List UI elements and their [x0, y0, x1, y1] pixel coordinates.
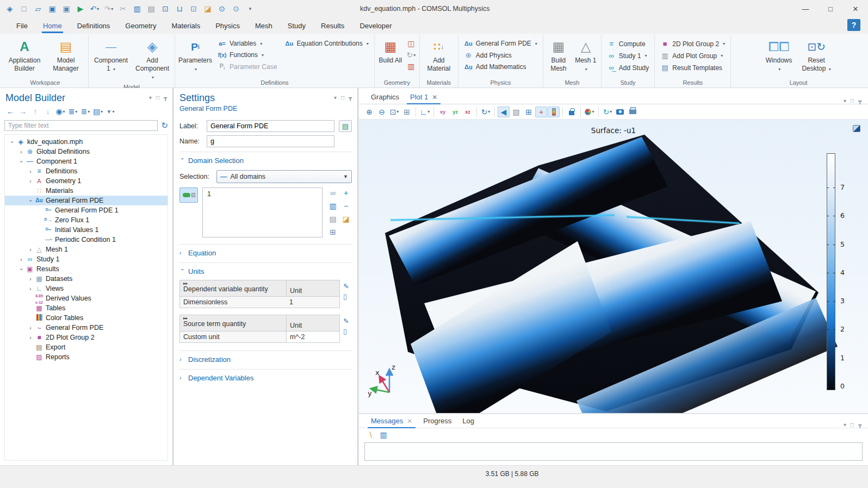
tree-item[interactable]: ›◈kdv_equation.mph	[5, 137, 168, 147]
application-builder-button[interactable]: A Application Builder	[4, 37, 45, 76]
clear-selection-button[interactable]: ◪	[340, 214, 352, 224]
domain-list[interactable]: 1	[202, 187, 323, 237]
tree-item[interactable]: ᴰ‒Initial Values 1	[5, 225, 168, 235]
rebuild-sequence-button[interactable]: ↻▾	[405, 49, 417, 60]
tree-item[interactable]: ▦Tables	[5, 303, 168, 313]
tree-item[interactable]: ›∟Views	[5, 284, 168, 293]
tree-item[interactable]: ▨Reports	[5, 352, 168, 362]
zoom-out-button[interactable]: ⊖	[376, 107, 388, 117]
copy-button[interactable]: ▥	[131, 2, 144, 15]
table-cell[interactable]: Dimensionless	[180, 297, 286, 308]
add-study-button[interactable]: ∞̲ Add Study	[604, 62, 652, 73]
table-cell[interactable]: 1	[286, 297, 339, 308]
selection-dropdown[interactable]: — All domains ▼	[216, 170, 352, 183]
paste-selection-button[interactable]: ▤	[327, 214, 339, 224]
help-button[interactable]: ?	[847, 19, 860, 31]
lock-button[interactable]	[566, 107, 578, 117]
tree-item[interactable]: ›▣Results	[5, 264, 168, 274]
nav-forward-button[interactable]: →	[17, 106, 29, 117]
physics-interface-button[interactable]: Δu General Form PDE▾	[461, 38, 541, 49]
create-selection-button[interactable]: ∞	[327, 187, 339, 198]
minimize-button[interactable]: —	[793, 0, 818, 17]
node-text-button[interactable]: ▤▾	[92, 106, 104, 117]
expand-icon[interactable]: ›	[17, 149, 25, 155]
menu-materials[interactable]: Materials	[165, 20, 207, 32]
float-panel-icon[interactable]: □	[156, 95, 159, 101]
functions-button[interactable]: f(x) Functions▾	[214, 49, 280, 60]
zoom-box-button[interactable]: ⊡▾	[388, 107, 400, 117]
tree-item[interactable]: ›≡Definitions	[5, 166, 168, 176]
tab-progress[interactable]: Progress	[418, 414, 457, 428]
delete-button[interactable]: ⊔	[173, 2, 186, 15]
section-discretization[interactable]: › Discretization	[179, 354, 352, 365]
expand-icon[interactable]: ›	[27, 276, 34, 282]
add-plot-group-button[interactable]: ▥ Add Plot Group▾	[657, 50, 728, 61]
messages-output[interactable]	[364, 442, 863, 461]
menu-physics[interactable]: Physics	[209, 20, 246, 32]
nav-back-button[interactable]: ←	[4, 106, 16, 117]
tree-item[interactable]: ›~General Form PDE	[5, 323, 168, 333]
comsol-logo-button[interactable]: ◈	[3, 2, 16, 15]
copy-list-button[interactable]: ▥	[327, 201, 339, 211]
tab-log[interactable]: Log	[457, 414, 480, 428]
model-manager-button[interactable]: ▤ Model Manager	[46, 37, 86, 76]
add-component-button[interactable]: ◈ Add Component ▾	[132, 37, 172, 83]
menu-file[interactable]: File	[10, 20, 34, 32]
menu-home[interactable]: Home	[36, 20, 69, 32]
refresh-button[interactable]: ↻▾	[602, 107, 613, 117]
filter-button[interactable]: ▼▾	[104, 106, 116, 117]
find-button[interactable]: ⊙	[215, 2, 228, 15]
cut-button[interactable]: ✂	[116, 2, 129, 15]
pin-panel-icon[interactable]: ┳	[349, 95, 352, 101]
add-physics-button[interactable]: ⊛ Add Physics	[461, 49, 541, 61]
pin-panel-icon[interactable]: ┳	[164, 95, 167, 101]
view-yz-button[interactable]: yz	[449, 107, 461, 117]
close-tab-icon[interactable]: ✕	[432, 93, 437, 101]
panel-menu-icon[interactable]: ▾	[149, 95, 152, 101]
default-view-button[interactable]: ∟▾	[419, 107, 431, 117]
active-toggle-button[interactable]	[179, 187, 198, 203]
transparency-button[interactable]: ◀	[498, 107, 510, 117]
close-button[interactable]: ✕	[843, 0, 868, 17]
menu-mesh[interactable]: Mesh	[249, 20, 279, 32]
add-material-button[interactable]: ∷↓ Add Material	[422, 37, 456, 76]
expand-icon[interactable]: ›	[27, 247, 34, 253]
section-equation[interactable]: › Equation	[179, 248, 352, 258]
label-field-input[interactable]	[207, 120, 334, 132]
mesh-1-button[interactable]: △ Mesh 1 ▾	[573, 37, 599, 76]
component-1-button[interactable]: — Component 1 ▾	[91, 37, 131, 76]
zoom-extents-button[interactable]: ⊞	[401, 107, 413, 117]
expand-icon[interactable]: ›	[27, 335, 34, 341]
pin-panel-icon[interactable]: ┳	[858, 98, 861, 104]
float-panel-icon[interactable]: □	[851, 98, 854, 104]
print-button[interactable]	[627, 107, 638, 117]
windows-button[interactable]: ⧠⧠ Windows▾	[761, 37, 796, 76]
unit-input-cell[interactable]: m^-2	[286, 331, 339, 342]
tree-item[interactable]: ᴰ→Zero Flux 1	[5, 215, 168, 225]
select-frame-button[interactable]: ⊡	[187, 2, 200, 15]
change-unit-icon[interactable]: ▯	[343, 327, 349, 335]
maximize-button[interactable]: □	[818, 0, 843, 17]
qat-dropdown-button[interactable]: ▾	[244, 2, 257, 15]
tree-filter-input[interactable]	[4, 120, 158, 131]
tree-item[interactable]: Color Tables	[5, 313, 168, 323]
parameter-case-button[interactable]: Pi Parameter Case	[214, 61, 280, 72]
domain-list-item[interactable]: 1	[207, 190, 318, 198]
tree-item[interactable]: ›AGeometry 1	[5, 176, 168, 186]
build-all-button[interactable]: ▦ Build All	[377, 37, 404, 76]
add-domain-button[interactable]: +	[340, 187, 352, 198]
menu-geometry[interactable]: Geometry	[119, 20, 163, 32]
compute-button[interactable]: = Compute	[604, 38, 652, 49]
import-geometry-button[interactable]: ◫	[405, 38, 417, 49]
color-legend-button[interactable]	[548, 107, 560, 117]
move-down-button[interactable]: ↓	[42, 106, 54, 117]
tree-item[interactable]: —•Periodic Condition 1	[5, 235, 168, 245]
view-xz-button[interactable]: xz	[462, 107, 474, 117]
section-dependent-variables[interactable]: › Dependent Variables	[179, 373, 352, 383]
tree-item[interactable]: ›▦Datasets	[5, 274, 168, 284]
section-domain-selection[interactable]: › Domain Selection	[179, 155, 352, 166]
float-panel-icon[interactable]: □	[341, 95, 344, 101]
change-unit-icon[interactable]: ▯	[343, 292, 349, 301]
move-up-button[interactable]: ↑	[29, 106, 41, 117]
collapse-icon[interactable]: ›	[28, 197, 34, 204]
